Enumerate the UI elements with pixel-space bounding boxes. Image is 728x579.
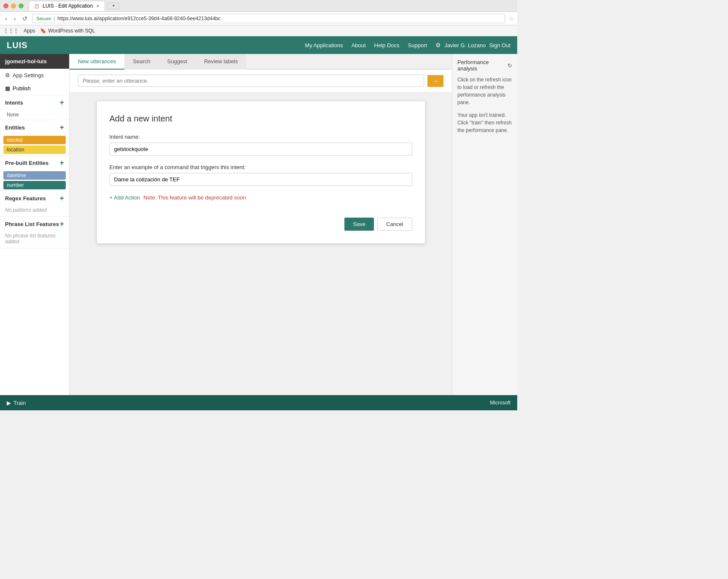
nav-support[interactable]: Support <box>408 42 427 48</box>
right-panel-text1: Click on the refresh icon to load or ref… <box>457 76 512 106</box>
intent-name-group: Intent name: <box>110 134 412 156</box>
regex-label: Regex Features <box>5 195 46 202</box>
intent-name-label: Intent name: <box>110 134 412 140</box>
tab-suggest[interactable]: Suggest <box>159 54 196 70</box>
dialog-overlay: Add a new intent Intent name: Enter an e… <box>70 92 452 395</box>
arrow-icon: → <box>433 78 438 84</box>
signout-link[interactable]: Sign Out <box>489 42 510 48</box>
phrase-list-label: Phrase List Features <box>5 221 59 227</box>
browser-min-btn[interactable] <box>11 3 16 8</box>
browser-addressbar: ‹ › ↺ Secure | https://www.luis.ai/appli… <box>0 12 517 25</box>
browser-tab-close[interactable]: ✕ <box>96 4 99 8</box>
secure-badge: Secure <box>36 16 51 21</box>
user-menu[interactable]: ⚙ Javier G. Lozano Sign Out <box>435 42 510 48</box>
gear-icon: ⚙ <box>435 42 441 48</box>
bookmark-star[interactable]: ☆ <box>508 15 514 22</box>
back-btn[interactable]: ‹ <box>3 14 9 23</box>
add-intent-btn[interactable]: + <box>59 99 64 106</box>
phrase-list-header: Phrase List Features + <box>0 217 69 231</box>
train-label: Train <box>13 400 26 406</box>
nav-my-applications[interactable]: My Applications <box>305 42 343 48</box>
tab-search[interactable]: Search <box>124 54 158 70</box>
add-action-link[interactable]: + Add Action <box>110 194 140 201</box>
top-nav-links: My Applications About Help Docs Support … <box>305 42 510 48</box>
bookmark-apps[interactable]: Apps <box>24 28 35 34</box>
train-icon: ▶ <box>7 400 11 406</box>
example-command-input[interactable] <box>110 173 412 186</box>
add-intent-dialog: Add a new intent Intent name: Enter an e… <box>97 101 425 244</box>
utterance-submit-btn[interactable]: → <box>427 75 443 87</box>
browser-tab[interactable]: 📋 LUIS - Edit Application ✕ <box>29 1 105 11</box>
dialog-title: Add a new intent <box>110 114 412 124</box>
prebuilt-header: Pre-built Entities + <box>0 156 69 170</box>
entity-location[interactable]: location <box>3 145 66 154</box>
utterance-area: → <box>70 70 452 92</box>
bookmarks-bar: ⋮⋮⋮ Apps 🔖 WordPress with SQL <box>0 25 517 36</box>
right-panel-title: Performance analysis ↻ <box>457 59 512 72</box>
sidebar-item-none[interactable]: None <box>0 110 69 120</box>
sidebar-item-app-settings[interactable]: ⚙ App Settings <box>0 69 69 82</box>
sidebar-item-publish[interactable]: ▦ Publish <box>0 82 69 95</box>
browser-max-btn[interactable] <box>19 3 24 8</box>
entities-label: Entities <box>5 124 25 131</box>
browser-tab-title: LUIS - Edit Application <box>43 3 93 9</box>
address-url: https://www.luis.ai/application/e912cce5… <box>57 16 220 22</box>
example-command-group: Enter an example of a command that trigg… <box>110 164 412 186</box>
regex-section: Regex Features + No patterns added <box>0 191 69 217</box>
deprecation-note: Note: This feature will be deprecated so… <box>143 194 246 201</box>
add-prebuilt-btn[interactable]: + <box>59 159 64 167</box>
app-logo: LUIS <box>7 40 28 50</box>
tab-favicon: 📋 <box>34 4 39 8</box>
app-wrapper: LUIS My Applications About Help Docs Sup… <box>0 36 517 410</box>
utterance-input[interactable] <box>78 75 424 87</box>
tab-bar: New utterances Search Suggest Review lab… <box>70 54 452 70</box>
intents-label: Intents <box>5 100 23 106</box>
app-settings-label: App Settings <box>13 72 44 78</box>
bookmark-wordpress[interactable]: 🔖 WordPress with SQL <box>40 28 95 34</box>
main-content: jgomezl-hol-luis ⚙ App Settings ▦ Publis… <box>0 54 517 395</box>
publish-icon: ▦ <box>5 85 10 92</box>
entities-header: Entities + <box>0 120 69 135</box>
intents-header: Intents + <box>0 95 69 110</box>
address-bar[interactable]: Secure | https://www.luis.ai/application… <box>32 14 505 23</box>
dialog-actions: Save Cancel <box>110 218 412 231</box>
bottom-bar: ▶ Train Microsoft <box>0 395 517 410</box>
tab-new-utterances[interactable]: New utterances <box>70 54 124 70</box>
performance-analysis-label: Performance analysis <box>457 59 508 72</box>
app-name: jgomezl-hol-luis <box>0 54 69 69</box>
prebuilt-label: Pre-built Entities <box>5 160 48 166</box>
add-regex-btn[interactable]: + <box>59 194 64 202</box>
cancel-button[interactable]: Cancel <box>377 218 412 231</box>
phrase-list-section: Phrase List Features + No phrase list fe… <box>0 217 69 248</box>
entity-number[interactable]: number <box>3 181 66 189</box>
sidebar: jgomezl-hol-luis ⚙ App Settings ▦ Publis… <box>0 54 70 395</box>
nav-about[interactable]: About <box>352 42 366 48</box>
browser-titlebar: 📋 LUIS - Edit Application ✕ + <box>0 0 517 12</box>
apps-icon: ⋮⋮⋮ <box>3 28 19 34</box>
example-label: Enter an example of a command that trigg… <box>110 164 412 170</box>
prebuilt-section: Pre-built Entities + datetime number <box>0 156 69 191</box>
app-settings-section: ⚙ App Settings ▦ Publish <box>0 69 69 95</box>
entity-datetime[interactable]: datetime <box>3 171 66 180</box>
settings-icon: ⚙ <box>5 72 10 78</box>
browser-close-btn[interactable] <box>3 3 8 8</box>
new-tab-btn[interactable]: + <box>107 3 119 9</box>
entity-stockid[interactable]: stockid <box>3 136 66 144</box>
refresh-icon[interactable]: ↻ <box>508 62 512 69</box>
train-button[interactable]: ▶ Train <box>7 400 26 406</box>
add-entity-btn[interactable]: + <box>59 124 64 131</box>
entities-section: Entities + stockid location <box>0 120 69 156</box>
nav-help-docs[interactable]: Help Docs <box>374 42 400 48</box>
add-phrase-list-btn[interactable]: + <box>59 220 64 228</box>
intent-name-input[interactable] <box>110 143 412 156</box>
regex-header: Regex Features + <box>0 191 69 205</box>
wordpress-label: WordPress with SQL <box>48 28 95 34</box>
publish-label: Publish <box>13 85 31 92</box>
right-panel-text2: Your app isn't trained. Click "train" th… <box>457 111 512 134</box>
reload-btn[interactable]: ↺ <box>21 14 29 23</box>
regex-empty: No patterns added <box>0 205 69 216</box>
tab-review-labels[interactable]: Review labels <box>196 54 246 70</box>
microsoft-logo: Microsoft <box>490 400 510 406</box>
save-button[interactable]: Save <box>344 218 374 231</box>
forward-btn[interactable]: › <box>12 14 18 23</box>
